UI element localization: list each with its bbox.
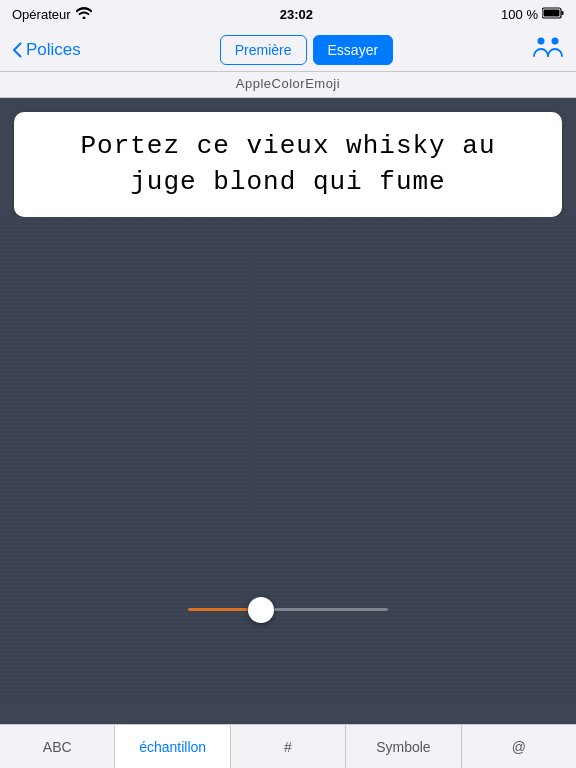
essayer-button[interactable]: Essayer — [313, 35, 394, 65]
carrier-label: Opérateur — [12, 7, 71, 22]
status-right: 100 % — [501, 7, 564, 22]
battery-label: 100 % — [501, 7, 538, 22]
premiere-button[interactable]: Première — [220, 35, 307, 65]
status-left: Opérateur — [12, 7, 92, 22]
back-label: Polices — [26, 40, 81, 60]
svg-point-3 — [538, 37, 545, 44]
slider-track-filled — [188, 608, 248, 611]
font-name-label: AppleColorEmoji — [236, 76, 340, 91]
main-content — [0, 217, 576, 703]
tab-hash[interactable]: # — [231, 725, 346, 768]
slider-thumb[interactable] — [248, 597, 274, 623]
battery-icon — [542, 7, 564, 22]
tab-symbole[interactable]: Symbole — [346, 725, 461, 768]
preview-text: Portez ce vieux whisky aujuge blond qui … — [34, 128, 542, 201]
family-icon[interactable] — [532, 36, 564, 64]
font-size-slider[interactable] — [188, 597, 388, 623]
tab-abc[interactable]: ABC — [0, 725, 115, 768]
nav-bar: Polices Première Essayer — [0, 28, 576, 72]
nav-center-buttons: Première Essayer — [220, 35, 393, 65]
back-button[interactable]: Polices — [12, 40, 81, 60]
status-bar: Opérateur 23:02 100 % — [0, 0, 576, 28]
status-time: 23:02 — [280, 7, 313, 22]
svg-rect-2 — [561, 11, 563, 15]
svg-point-4 — [552, 37, 559, 44]
preview-card: Portez ce vieux whisky aujuge blond qui … — [14, 112, 562, 217]
tab-echantillon[interactable]: échantillon — [115, 725, 230, 768]
tab-at[interactable]: @ — [462, 725, 576, 768]
font-name-bar: AppleColorEmoji — [0, 72, 576, 98]
tab-bar: ABC échantillon # Symbole @ — [0, 724, 576, 768]
svg-rect-1 — [543, 9, 559, 16]
wifi-icon — [76, 7, 92, 22]
slider-track-empty — [274, 608, 388, 611]
